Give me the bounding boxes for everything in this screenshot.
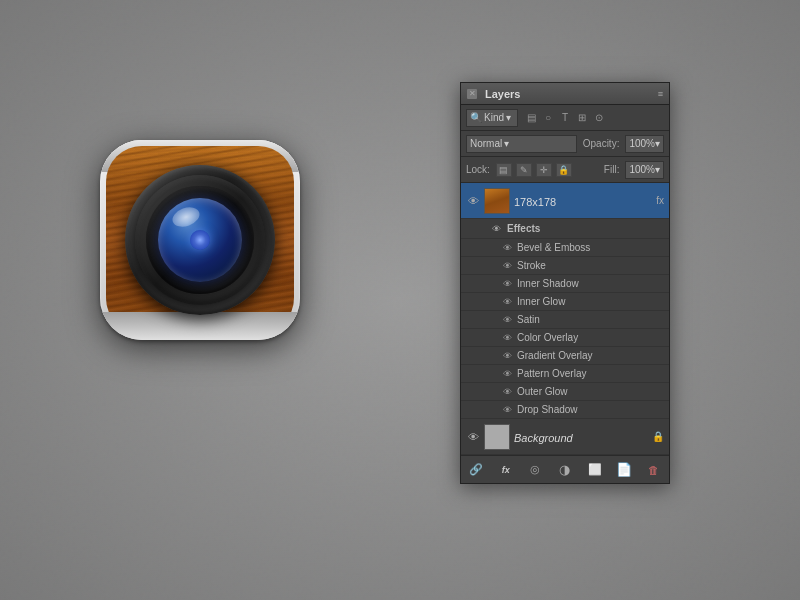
blend-mode-value: Normal xyxy=(470,138,502,149)
layer-row-background[interactable]: 👁 Background 🔒 xyxy=(461,419,669,455)
filter-pixel-icon[interactable]: ▤ xyxy=(524,112,538,123)
stroke-eye[interactable]: 👁 xyxy=(501,261,513,271)
effect-item-color-overlay[interactable]: 👁 Color Overlay xyxy=(461,329,669,347)
opacity-input[interactable]: 100% ▾ xyxy=(625,135,664,153)
filter-kind-label: Kind xyxy=(484,112,504,123)
effect-item-satin[interactable]: 👁 Satin xyxy=(461,311,669,329)
fill-label: Fill: xyxy=(604,164,620,175)
lock-label: Lock: xyxy=(466,164,490,175)
satin-eye[interactable]: 👁 xyxy=(501,315,513,325)
new-layer-button[interactable]: 📄 xyxy=(614,460,634,480)
bevel-eye[interactable]: 👁 xyxy=(501,243,513,253)
color-overlay-name: Color Overlay xyxy=(517,332,578,343)
effect-item-outer-glow[interactable]: 👁 Outer Glow xyxy=(461,383,669,401)
inner-shadow-name: Inner Shadow xyxy=(517,278,579,289)
panel-menu-button[interactable]: ≡ xyxy=(658,89,663,99)
pattern-overlay-eye[interactable]: 👁 xyxy=(501,369,513,379)
bg-layer-thumbnail xyxy=(484,424,510,450)
lock-icons: ▤ ✎ ✛ 🔒 xyxy=(496,163,572,177)
filter-grid-icon[interactable]: ⊞ xyxy=(575,112,589,123)
bg-layer-name: Background xyxy=(514,432,573,444)
inner-glow-eye[interactable]: 👁 xyxy=(501,297,513,307)
effect-item-pattern-overlay[interactable]: 👁 Pattern Overlay xyxy=(461,365,669,383)
fill-input[interactable]: 100% ▾ xyxy=(625,161,664,179)
effect-item-gradient-overlay[interactable]: 👁 Gradient Overlay xyxy=(461,347,669,365)
fill-arrow: ▾ xyxy=(655,164,660,175)
drop-shadow-eye[interactable]: 👁 xyxy=(501,405,513,415)
lens-outer xyxy=(125,165,275,315)
blend-mode-select[interactable]: Normal ▾ xyxy=(466,135,577,153)
blend-mode-arrow: ▾ xyxy=(504,138,509,149)
icon-body xyxy=(100,140,300,340)
gradient-overlay-name: Gradient Overlay xyxy=(517,350,593,361)
color-overlay-eye[interactable]: 👁 xyxy=(501,333,513,343)
filter-text-icon[interactable]: T xyxy=(558,112,572,123)
layers-panel: ✕ Layers ≡ 🔍 Kind ▾ ▤ ○ T ⊞ ⊙ Normal ▾ O… xyxy=(460,82,670,484)
lock-row: Lock: ▤ ✎ ✛ 🔒 Fill: 100% ▾ xyxy=(461,157,669,183)
gradient-overlay-eye[interactable]: 👁 xyxy=(501,351,513,361)
filter-row: 🔍 Kind ▾ ▤ ○ T ⊞ ⊙ xyxy=(461,105,669,131)
effect-item-bevel[interactable]: 👁 Bevel & Emboss xyxy=(461,239,669,257)
bg-layer-visibility-eye[interactable]: 👁 xyxy=(466,431,480,443)
adjustment-layer-button[interactable]: ◑ xyxy=(555,460,575,480)
titlebar-left: ✕ Layers xyxy=(467,88,520,100)
drop-shadow-name: Drop Shadow xyxy=(517,404,578,415)
panel-title: Layers xyxy=(485,88,520,100)
filter-kind-select[interactable]: 🔍 Kind ▾ xyxy=(466,109,518,127)
effect-item-drop-shadow[interactable]: 👁 Drop Shadow xyxy=(461,401,669,419)
outer-glow-name: Outer Glow xyxy=(517,386,568,397)
delete-layer-button[interactable]: 🗑 xyxy=(644,460,664,480)
opacity-value-text: 100% xyxy=(629,138,655,149)
effects-header[interactable]: 👁 Effects xyxy=(461,219,669,239)
opacity-arrow: ▾ xyxy=(655,138,660,149)
filter-kind-icon: 🔍 xyxy=(470,112,482,123)
panel-close-button[interactable]: ✕ xyxy=(467,89,477,99)
filter-smart-icon[interactable]: ⊙ xyxy=(592,112,606,123)
panel-bottom-toolbar: 🔗 fx ◎ ◑ ⬜ 📄 🗑 xyxy=(461,455,669,483)
bg-layer-info: Background xyxy=(514,428,648,446)
new-group-button[interactable]: ⬜ xyxy=(585,460,605,480)
bg-layer-lock-icon: 🔒 xyxy=(652,431,664,442)
lock-all-button[interactable]: 🔒 xyxy=(556,163,572,177)
layer-178-fx-badge: fx xyxy=(656,195,664,206)
layer-178-name: 178x178 xyxy=(514,196,556,208)
fill-value-text: 100% xyxy=(629,164,655,175)
lock-paint-button[interactable]: ✎ xyxy=(516,163,532,177)
bevel-name: Bevel & Emboss xyxy=(517,242,590,253)
layer-178-info: 178x178 xyxy=(514,192,652,210)
satin-name: Satin xyxy=(517,314,540,325)
inner-glow-name: Inner Glow xyxy=(517,296,565,307)
effect-item-stroke[interactable]: 👁 Stroke xyxy=(461,257,669,275)
effect-item-inner-glow[interactable]: 👁 Inner Glow xyxy=(461,293,669,311)
link-layers-button[interactable]: 🔗 xyxy=(466,460,486,480)
pattern-overlay-name: Pattern Overlay xyxy=(517,368,586,379)
layers-list: 👁 178x178 fx 👁 Effects 👁 Bevel & Emboss … xyxy=(461,183,669,455)
lock-pixels-button[interactable]: ▤ xyxy=(496,163,512,177)
inner-shadow-eye[interactable]: 👁 xyxy=(501,279,513,289)
layer-178-thumbnail xyxy=(484,188,510,214)
camera-icon xyxy=(100,140,300,340)
layer-178-visibility-eye[interactable]: 👁 xyxy=(466,195,480,207)
effect-item-inner-shadow[interactable]: 👁 Inner Shadow xyxy=(461,275,669,293)
icon-bottom-bar xyxy=(100,312,300,340)
add-fx-button[interactable]: fx xyxy=(496,460,516,480)
effects-label: Effects xyxy=(507,223,540,234)
layer-row-178[interactable]: 👁 178x178 fx xyxy=(461,183,669,219)
lock-move-button[interactable]: ✛ xyxy=(536,163,552,177)
lens-glass xyxy=(158,198,242,282)
effects-visibility-eye[interactable]: 👁 xyxy=(489,224,503,234)
opacity-label: Opacity: xyxy=(583,138,620,149)
panel-titlebar: ✕ Layers ≡ xyxy=(461,83,669,105)
filter-icons: ▤ ○ T ⊞ ⊙ xyxy=(524,112,606,123)
filter-circle-icon[interactable]: ○ xyxy=(541,112,555,123)
add-mask-button[interactable]: ◎ xyxy=(525,460,545,480)
blend-mode-row: Normal ▾ Opacity: 100% ▾ xyxy=(461,131,669,157)
outer-glow-eye[interactable]: 👁 xyxy=(501,387,513,397)
lens-ring1 xyxy=(135,175,265,305)
filter-kind-arrow: ▾ xyxy=(506,112,511,123)
stroke-name: Stroke xyxy=(517,260,546,271)
lens-ring2 xyxy=(146,186,254,294)
